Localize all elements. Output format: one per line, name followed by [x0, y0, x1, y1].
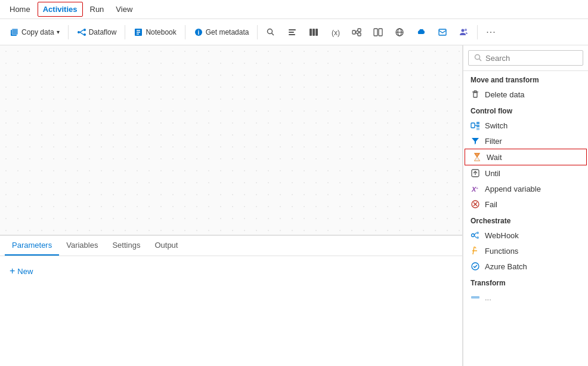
svg-rect-42	[471, 123, 475, 128]
new-button[interactable]: + New	[10, 263, 33, 279]
svg-rect-45	[476, 125, 479, 127]
svg-point-3	[83, 29, 86, 31]
item-switch-label: Switch	[485, 121, 507, 130]
filter-icon	[471, 136, 480, 146]
until-icon	[471, 168, 480, 178]
menu-activities[interactable]: Activities	[38, 2, 83, 17]
item-azure-batch[interactable]: Azure Batch	[463, 259, 588, 274]
bottom-content: + New	[0, 256, 462, 286]
item-azure-batch-label: Azure Batch	[485, 262, 527, 271]
more-button[interactable]: ···	[481, 23, 500, 42]
text-toolbar-button[interactable]	[283, 23, 302, 42]
svg-rect-59	[471, 296, 479, 299]
svg-point-33	[462, 29, 465, 32]
svg-text:i: i	[197, 29, 199, 36]
item-fail-label: Fail	[485, 200, 497, 209]
svg-rect-27	[374, 29, 377, 36]
svg-text:(x): (x)	[332, 29, 340, 37]
svg-rect-28	[379, 29, 382, 36]
get-metadata-button[interactable]: i Get metadata	[189, 25, 254, 39]
workflow-toolbar-button[interactable]	[347, 23, 366, 42]
svg-rect-23	[358, 29, 361, 32]
section-control-flow: Control flow	[463, 102, 588, 118]
svg-rect-15	[289, 29, 296, 30]
item-fail[interactable]: Fail	[463, 196, 588, 212]
item-functions-label: Functions	[485, 247, 518, 256]
toolbar: Copy data ▾ Dataflow Notebook	[0, 19, 588, 45]
search-toolbar-button[interactable]	[261, 23, 280, 42]
menu-bar: Home Activities Run View	[0, 0, 588, 19]
toolbar-separator-3	[185, 25, 185, 39]
item-wait[interactable]: Wait	[465, 149, 587, 165]
right-panel: Move and transform Delete data Control f…	[463, 45, 588, 366]
new-plus-icon: +	[10, 266, 15, 276]
notebook-button[interactable]: Notebook	[129, 25, 181, 39]
svg-point-35	[475, 55, 480, 60]
item-switch[interactable]: Switch	[463, 118, 588, 133]
dataflow-button[interactable]: Dataflow	[72, 25, 122, 39]
svg-point-34	[465, 29, 467, 31]
item-until-label: Until	[485, 169, 500, 178]
dataflow-icon	[77, 27, 86, 37]
item-wait-label: Wait	[487, 153, 502, 162]
svg-point-4	[83, 33, 86, 36]
svg-rect-17	[289, 34, 295, 35]
section-transform: Transform	[463, 274, 588, 290]
split-toolbar-button[interactable]	[369, 23, 388, 42]
menu-home[interactable]: Home	[5, 2, 35, 16]
search-input[interactable]	[485, 54, 578, 63]
cloud-toolbar-button[interactable]	[411, 23, 431, 42]
search-input-wrap[interactable]	[468, 50, 583, 66]
item-append-variable-label: Append variable	[485, 184, 541, 193]
svg-rect-46	[476, 128, 479, 130]
section-move-transform: Move and transform	[463, 71, 588, 87]
bottom-panel: Parameters Variables Settings Output + N…	[0, 235, 462, 366]
item-append-variable[interactable]: X + Append variable	[463, 181, 588, 196]
svg-rect-37	[474, 93, 477, 97]
item-until[interactable]: Until	[463, 165, 588, 181]
canvas-area: Parameters Variables Settings Output + N…	[0, 45, 463, 366]
item-transform-first-label: ...	[485, 293, 491, 302]
item-delete-data-label: Delete data	[485, 90, 525, 99]
svg-rect-16	[289, 32, 294, 33]
svg-line-6	[80, 32, 83, 35]
item-filter-label: Filter	[485, 137, 502, 146]
svg-line-36	[479, 59, 482, 61]
svg-rect-24	[358, 33, 361, 36]
svg-rect-22	[352, 30, 355, 34]
outlook-toolbar-button[interactable]	[433, 23, 452, 42]
globe-toolbar-button[interactable]	[390, 23, 409, 42]
svg-rect-1	[12, 29, 18, 35]
svg-point-13	[268, 29, 273, 33]
append-icon: X +	[471, 184, 480, 193]
copy-data-button[interactable]: Copy data ▾	[5, 25, 64, 39]
svg-rect-20	[315, 29, 318, 36]
tab-settings[interactable]: Settings	[105, 236, 147, 256]
webhook-icon	[471, 230, 480, 240]
switch-icon	[471, 121, 480, 130]
tab-parameters[interactable]: Parameters	[5, 236, 59, 256]
toolbar-separator-4	[257, 25, 258, 39]
canvas-workspace[interactable]	[0, 45, 462, 235]
item-transform-first[interactable]: ...	[463, 290, 588, 305]
svg-point-56	[476, 236, 479, 239]
columns-toolbar-button[interactable]	[304, 23, 323, 42]
menu-view[interactable]: View	[111, 2, 137, 16]
svg-line-5	[80, 30, 83, 32]
right-panel-scroll[interactable]: Move and transform Delete data Control f…	[463, 71, 588, 366]
formula-toolbar-button[interactable]: (x)	[326, 23, 345, 42]
search-icon	[474, 53, 483, 63]
svg-rect-44	[476, 122, 479, 124]
main-container: Parameters Variables Settings Output + N…	[0, 45, 588, 366]
item-functions[interactable]: Functions	[463, 243, 588, 259]
toolbar-separator-1	[68, 25, 69, 39]
item-webhook[interactable]: WebHook	[463, 227, 588, 243]
item-delete-data[interactable]: Delete data	[463, 87, 588, 102]
tab-variables[interactable]: Variables	[59, 236, 105, 256]
get-metadata-icon: i	[194, 27, 203, 37]
svg-point-55	[476, 232, 479, 234]
tab-output[interactable]: Output	[147, 236, 185, 256]
item-filter[interactable]: Filter	[463, 133, 588, 149]
menu-run[interactable]: Run	[85, 2, 109, 16]
teams-toolbar-button[interactable]	[454, 23, 474, 42]
